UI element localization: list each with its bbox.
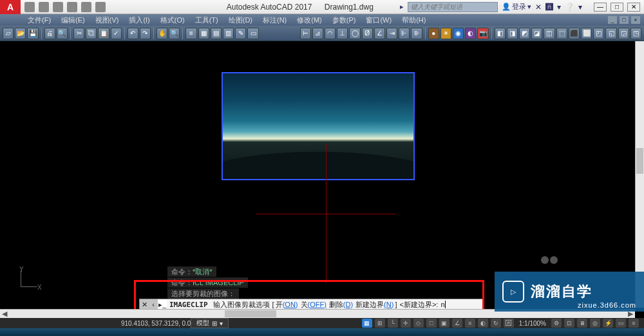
drawing-area[interactable]: Y X 命令：*取消* 命令：ICL IMAGECLIP 选择要剪裁的图像： — [0, 41, 644, 308]
menu-window[interactable]: 窗口(W) — [361, 15, 397, 25]
toolbar-undo-icon[interactable]: ↶ — [128, 28, 138, 39]
toolbar-visual-icon[interactable]: ◐ — [465, 28, 476, 39]
toolbar-modify-2-icon[interactable]: ◨ — [507, 28, 518, 39]
toolbar-modify-3-icon[interactable]: ◩ — [519, 28, 530, 39]
status-clean-icon[interactable]: ▭ — [616, 319, 626, 328]
qat-print-icon[interactable] — [95, 2, 106, 12]
status-ortho-icon[interactable]: └ — [388, 319, 398, 328]
toolbar-open-icon[interactable]: 📂 — [15, 28, 26, 39]
status-grid-icon[interactable]: ▦ — [362, 319, 372, 328]
menu-format[interactable]: 格式(O) — [155, 15, 190, 25]
qat-undo-icon[interactable] — [67, 2, 77, 12]
exchange-icon[interactable]: ✕ — [535, 3, 542, 12]
menu-tools[interactable]: 工具(T) — [190, 15, 223, 25]
status-gear-icon[interactable]: ⚙ — [551, 319, 562, 328]
toolbar-pan-icon[interactable]: ✋ — [156, 28, 167, 39]
status-snap-icon[interactable]: ⊞ — [375, 319, 385, 328]
menu-view[interactable]: 视图(V) — [90, 15, 124, 25]
doc-minimize-button[interactable]: _ — [608, 16, 617, 24]
toolbar-modify-11-icon[interactable]: ◲ — [618, 28, 629, 39]
toolbar-copy-icon[interactable]: ⿻ — [86, 28, 97, 39]
menu-draw[interactable]: 绘图(D) — [223, 15, 258, 25]
toolbar-quickcalc-icon[interactable]: ▭ — [247, 28, 258, 39]
toolbar-modify-7-icon[interactable]: ⬛ — [569, 28, 580, 39]
cmd-option-off[interactable]: 关(OFF) — [299, 300, 328, 310]
search-chevron-icon[interactable]: ▸ — [400, 3, 404, 11]
toolbar-designcenter-icon[interactable]: ▦ — [198, 28, 209, 39]
maximize-button[interactable]: □ — [611, 3, 623, 12]
search-input[interactable] — [408, 2, 498, 12]
toolbar-zoom-icon[interactable]: 🔍 — [169, 28, 180, 39]
toolbar-paste-icon[interactable]: 📋 — [98, 28, 109, 39]
recent-commands-icon[interactable]: ‹ — [149, 299, 158, 310]
menu-dimension[interactable]: 标注(N) — [258, 15, 292, 25]
toolbar-modify-9-icon[interactable]: ◰ — [593, 28, 604, 39]
command-prompt-icon[interactable]: ▸_ — [158, 299, 167, 310]
status-isodraft-icon[interactable]: ◇ — [413, 319, 424, 328]
scrollbar-thumb[interactable] — [636, 148, 643, 174]
cmd-option-newboundary[interactable]: 新建边界(N) — [354, 300, 395, 310]
menu-help[interactable]: 帮助(H) — [397, 15, 431, 25]
scrollbar-vertical[interactable] — [635, 41, 644, 308]
app-logo[interactable]: A — [0, 0, 21, 14]
status-isolate-icon[interactable]: ◎ — [590, 319, 600, 328]
toolbar-dim-quick-icon[interactable]: ⇥ — [386, 28, 397, 39]
scroll-left-icon[interactable]: ◀ — [0, 310, 9, 319]
toolbar-modify-6-icon[interactable]: ⬚ — [556, 28, 567, 39]
toolbar-save-icon[interactable]: 💾 — [27, 28, 38, 39]
status-lineweight-icon[interactable]: ≡ — [465, 319, 475, 328]
status-monitor-icon[interactable]: 🖥 — [577, 319, 587, 328]
toolbar-toolpalettes-icon[interactable]: ▤ — [211, 28, 222, 39]
menu-insert[interactable]: 插入(I) — [124, 15, 155, 25]
menu-parametric[interactable]: 参数(P) — [327, 15, 361, 25]
toolbar-dim-dia-icon[interactable]: Ø — [362, 28, 373, 39]
menu-file[interactable]: 文件(F) — [23, 15, 56, 25]
status-osnap-icon[interactable]: □ — [426, 319, 437, 328]
status-custom-icon[interactable]: ≡ — [629, 319, 639, 328]
toolbar-cut-icon[interactable]: ✂ — [73, 28, 84, 39]
toolbar-render-icon[interactable]: ● — [428, 28, 439, 39]
toolbar-preview-icon[interactable]: 🔍 — [57, 28, 68, 39]
status-workspace-icon[interactable]: ⊡ — [564, 319, 574, 328]
toolbar-camera-icon[interactable]: 📷 — [477, 28, 488, 39]
toolbar-dim-ord-icon[interactable]: ⊥ — [337, 28, 348, 39]
dropdown-icon[interactable]: ▾ — [557, 3, 561, 12]
menu-modify[interactable]: 修改(M) — [292, 15, 327, 25]
toolbar-modify-5-icon[interactable]: ◫ — [544, 28, 554, 39]
menu-edit[interactable]: 编辑(E) — [56, 15, 90, 25]
minimize-button[interactable]: — — [594, 3, 607, 12]
scale-label[interactable]: 1:1/100% — [516, 320, 549, 327]
status-polar-icon[interactable]: ✛ — [401, 319, 411, 328]
qat-open-icon[interactable] — [39, 2, 49, 12]
toolbar-properties-icon[interactable]: ≡ — [185, 28, 196, 39]
toolbar-dim-aligned-icon[interactable]: ⊿ — [312, 28, 323, 39]
qat-new-icon[interactable] — [24, 2, 35, 12]
toolbar-material-icon[interactable]: ◉ — [453, 28, 464, 39]
help-icon[interactable]: ❔ — [565, 3, 574, 12]
toolbar-dim-baseline-icon[interactable]: ⊩ — [399, 28, 410, 39]
toolbar-modify-8-icon[interactable]: ⬜ — [581, 28, 592, 39]
model-tab[interactable]: 模型 ⊞ ▾ — [191, 318, 229, 328]
cmd-option-on[interactable]: 开(ON) — [274, 300, 299, 310]
scrollbar-thumb[interactable] — [225, 310, 276, 317]
dropdown-icon[interactable]: ▾ — [578, 3, 582, 12]
signin-button[interactable]: 👤 登录 ▾ — [502, 2, 531, 12]
toolbar-dim-arc-icon[interactable]: ◠ — [325, 28, 336, 39]
inserted-image[interactable] — [222, 72, 415, 180]
toolbar-modify-10-icon[interactable]: ◱ — [605, 28, 616, 39]
toolbar-modify-4-icon[interactable]: ◪ — [531, 28, 542, 39]
status-cycling-icon[interactable]: ↻ — [491, 319, 501, 328]
close-button[interactable]: ✕ — [627, 3, 640, 12]
toolbar-modify-1-icon[interactable]: ◧ — [495, 28, 506, 39]
toolbar-new-icon[interactable]: ▱ — [3, 28, 14, 39]
qat-redo-icon[interactable] — [81, 2, 91, 12]
toolbar-redo-icon[interactable]: ↷ — [140, 28, 151, 39]
toolbar-plot-icon[interactable]: 🖨 — [44, 28, 55, 39]
status-3dosnap-icon[interactable]: ▣ — [439, 319, 450, 328]
toolbar-match-icon[interactable]: ✓ — [111, 28, 122, 39]
toolbar-light-icon[interactable]: ☀ — [440, 28, 451, 39]
qat-save-icon[interactable] — [53, 2, 63, 12]
toolbar-dim-continue-icon[interactable]: ⊪ — [411, 28, 422, 39]
close-commandline-icon[interactable]: ✕ — [140, 299, 149, 310]
toolbar-dim-angle-icon[interactable]: ∠ — [374, 28, 385, 39]
